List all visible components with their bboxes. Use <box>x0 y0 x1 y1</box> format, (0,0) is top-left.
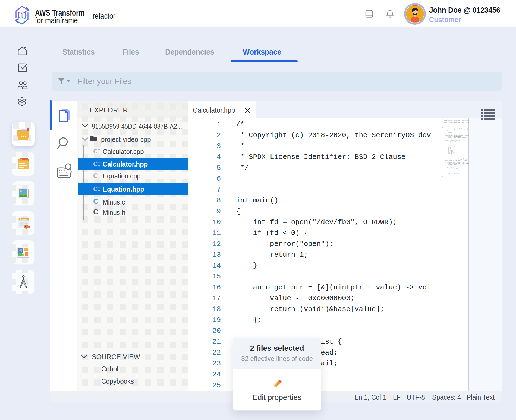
svg-text:+: + <box>98 164 100 168</box>
svg-text:+: + <box>98 189 100 193</box>
svg-text:+: + <box>98 151 100 155</box>
svg-text:C: C <box>93 185 98 193</box>
svg-text:+: + <box>98 175 100 179</box>
svg-text:C: C <box>93 172 98 179</box>
svg-text:C: C <box>93 148 98 155</box>
svg-text:C: C <box>93 160 98 168</box>
